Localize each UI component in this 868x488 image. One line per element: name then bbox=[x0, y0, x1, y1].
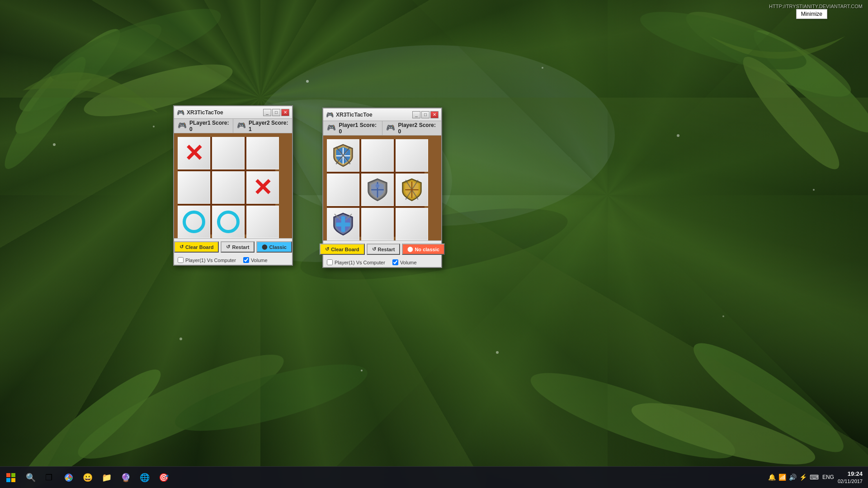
time-display: 19:24 bbox=[838, 470, 863, 478]
options-bar-shield: Player(1) Vs Computer Volume bbox=[323, 258, 441, 267]
player2-avatar-classic: 🎮 bbox=[237, 121, 246, 131]
watermark: HTTP://TRYSTIANITY.DEVIANTART.COM bbox=[769, 4, 863, 9]
svg-rect-49 bbox=[6, 478, 10, 482]
windows-logo-icon bbox=[6, 473, 15, 482]
svg-point-6 bbox=[678, 0, 859, 111]
player1-score-classic: 🎮 PLayer1 Score: 0 bbox=[174, 119, 233, 133]
clear-board-btn-1[interactable]: ↺ Clear Board bbox=[174, 241, 219, 253]
svg-point-19 bbox=[306, 80, 309, 83]
cell-0-1[interactable] bbox=[212, 137, 245, 169]
svg-point-21 bbox=[677, 134, 679, 137]
svg-point-23 bbox=[179, 338, 182, 340]
restart-btn-2[interactable]: ↺ Restart bbox=[367, 244, 401, 255]
shield-cell-0-0[interactable] bbox=[327, 139, 359, 172]
start-button[interactable] bbox=[0, 467, 22, 488]
folder-icon[interactable]: 📁 bbox=[98, 469, 116, 487]
window-controls-shield: _ □ ✕ bbox=[412, 111, 439, 118]
maximize-window-1[interactable]: □ bbox=[272, 109, 280, 116]
options-bar-classic: Player(1) Vs Computer Volume bbox=[174, 255, 292, 265]
window-title-classic: XR3TicTacToe bbox=[187, 109, 260, 116]
shield-gray-icon-1 bbox=[366, 178, 389, 202]
restart-btn-1[interactable]: ↺ Restart bbox=[221, 241, 255, 253]
power-icon[interactable]: ⚡ bbox=[799, 474, 807, 481]
noclassic-btn-2[interactable]: ⬤ No classic bbox=[402, 244, 444, 255]
app-icon-2[interactable]: 🌐 bbox=[136, 469, 154, 487]
titlebar-classic: 🎮 XR3TicTacToe _ □ ✕ bbox=[174, 106, 292, 119]
cell-1-1[interactable] bbox=[212, 171, 245, 204]
noclassic-icon-2: ⬤ bbox=[407, 246, 413, 252]
volume-option-2[interactable]: Volume bbox=[392, 259, 417, 265]
score-bar-classic: 🎮 PLayer1 Score: 0 🎮 PLayer2 Score: 1 bbox=[174, 119, 292, 133]
volume-icon[interactable]: 🔊 bbox=[789, 474, 797, 481]
app-icon-3[interactable]: 🎯 bbox=[155, 469, 173, 487]
close-window-1[interactable]: ✕ bbox=[281, 109, 289, 116]
x-mark-0-0: ✕ bbox=[184, 141, 204, 165]
x-mark-1-2: ✕ bbox=[253, 176, 273, 199]
cell-1-2[interactable]: ✕ bbox=[246, 171, 279, 204]
notification-icon[interactable]: 🔔 bbox=[768, 474, 776, 481]
svg-point-4 bbox=[0, 50, 95, 176]
svg-point-2 bbox=[5, 19, 130, 144]
network-icon[interactable]: 📶 bbox=[778, 474, 786, 481]
window-icon-classic: 🎮 bbox=[177, 109, 184, 116]
shield-gold-icon-1 bbox=[400, 178, 424, 202]
clear-board-btn-2[interactable]: ↺ Clear Board bbox=[320, 244, 364, 255]
svg-point-26 bbox=[722, 315, 724, 317]
vs-computer-checkbox-1[interactable] bbox=[178, 257, 184, 263]
face-icon[interactable]: 😀 bbox=[79, 469, 97, 487]
player1-score-shield: 🎮 Player1 Score: 0 bbox=[323, 121, 382, 135]
shield-blue-icon-1 bbox=[331, 144, 355, 167]
volume-checkbox-2[interactable] bbox=[392, 259, 398, 265]
maximize-window-2[interactable]: □ bbox=[421, 111, 429, 118]
language-indicator[interactable]: ENG bbox=[822, 474, 834, 480]
search-icon: 🔍 bbox=[26, 473, 36, 483]
task-view-button[interactable]: ❐ bbox=[40, 469, 58, 487]
vs-computer-checkbox-2[interactable] bbox=[327, 259, 333, 265]
shield-cell-1-1[interactable] bbox=[361, 174, 394, 206]
cell-2-2[interactable] bbox=[246, 206, 279, 238]
vs-computer-option-1[interactable]: Player(1) Vs Computer bbox=[178, 257, 236, 263]
svg-rect-47 bbox=[6, 473, 10, 477]
shield-cell-1-0[interactable] bbox=[327, 174, 359, 206]
search-taskbar-button[interactable]: 🔍 bbox=[22, 469, 40, 487]
shield-cell-2-1[interactable] bbox=[361, 208, 394, 240]
player2-avatar-shield: 🎮 bbox=[386, 123, 396, 133]
window-shield: 🎮 XR3TicTacToe _ □ ✕ 🎮 Player1 Score: 0 … bbox=[322, 108, 442, 268]
shield-cell-1-2[interactable] bbox=[396, 174, 428, 206]
shield-cell-2-2[interactable] bbox=[396, 208, 428, 240]
cell-0-0[interactable]: ✕ bbox=[178, 137, 210, 169]
shield-cell-0-2[interactable] bbox=[396, 139, 428, 172]
svg-point-1 bbox=[11, 11, 170, 124]
close-window-2[interactable]: ✕ bbox=[430, 111, 439, 118]
clock[interactable]: 19:24 02/11/2017 bbox=[838, 470, 863, 485]
classic-btn-1[interactable]: ⬤ Classic bbox=[256, 241, 292, 253]
volume-checkbox-1[interactable] bbox=[243, 257, 249, 263]
app-icon-1[interactable]: 🔮 bbox=[117, 469, 135, 487]
sys-icons: 🔔 📶 🔊 ⚡ ⌨ bbox=[768, 474, 819, 481]
cell-2-0[interactable] bbox=[178, 206, 210, 238]
chrome-icon[interactable] bbox=[60, 469, 78, 487]
cell-1-0[interactable] bbox=[178, 171, 210, 204]
cell-2-1[interactable] bbox=[212, 206, 245, 238]
window-classic: 🎮 XR3TicTacToe _ □ ✕ 🎮 PLayer1 Score: 0 … bbox=[173, 105, 293, 266]
cell-0-2[interactable] bbox=[246, 137, 279, 169]
minimize-window-1[interactable]: _ bbox=[263, 109, 271, 116]
minimize-window-2[interactable]: _ bbox=[412, 111, 420, 118]
clear-icon-2: ↺ bbox=[325, 246, 329, 252]
game-board-classic: ✕ ✕ bbox=[178, 137, 275, 235]
volume-option-1[interactable]: Volume bbox=[243, 257, 268, 263]
classic-icon-1: ⬤ bbox=[262, 244, 267, 250]
shield-cell-0-1[interactable] bbox=[361, 139, 394, 172]
system-tray: 🔔 📶 🔊 ⚡ ⌨ ENG 19:24 02/11/2017 bbox=[768, 470, 868, 485]
vs-computer-option-2[interactable]: Player(1) Vs Computer bbox=[327, 259, 385, 265]
titlebar-shield: 🎮 XR3TicTacToe _ □ ✕ bbox=[323, 108, 441, 121]
svg-point-15 bbox=[683, 329, 854, 466]
keyboard-icon[interactable]: ⌨ bbox=[810, 474, 819, 481]
shield-bluecross-icon-1 bbox=[331, 212, 355, 236]
restart-icon-2: ↺ bbox=[372, 246, 376, 252]
window-controls-classic: _ □ ✕ bbox=[263, 109, 289, 116]
shield-cell-2-0[interactable] bbox=[327, 208, 359, 240]
svg-point-13 bbox=[170, 351, 373, 445]
minimize-button[interactable]: Minimize bbox=[796, 9, 827, 19]
svg-point-20 bbox=[542, 67, 543, 69]
